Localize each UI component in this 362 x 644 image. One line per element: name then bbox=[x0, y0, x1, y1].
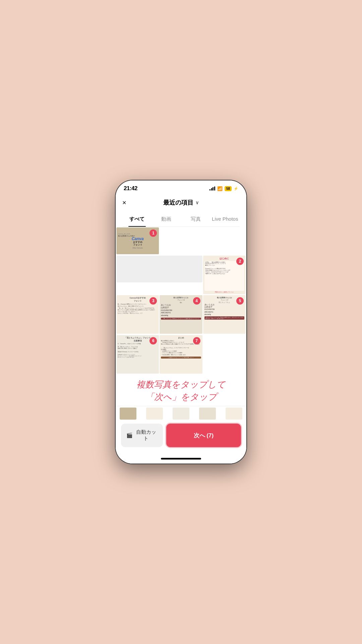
card3-detail: 「M+」は「花とちょうちょ」というフォントをおすすめする。特にフォントは使い方次… bbox=[118, 308, 158, 314]
card7-badge: この後続のブログはハイライトの「BLOG LINK」からっ！ bbox=[161, 357, 201, 359]
grid-item-7[interactable]: 7 まとめ 個人起業家さん向けに「Canvaおすすめのフォント」について私なりの… bbox=[160, 335, 202, 374]
card4-font-preview: あいうえお山田花子0123456789ABCDEFGabcdefg bbox=[161, 304, 201, 317]
home-indicator bbox=[116, 455, 246, 464]
strip-thumb-3 bbox=[173, 408, 189, 420]
tab-video[interactable]: 動画 bbox=[152, 213, 181, 225]
grid-item-2[interactable]: 2 はじめに 今回は、「個人起業家さんの為のCanvaおすすめフォント」について… bbox=[203, 256, 246, 294]
selection-badge-5: 5 bbox=[236, 297, 244, 305]
card1-author: Mika Yamada bbox=[133, 247, 143, 249]
status-bar: 21:42 📶 58 ⚡ bbox=[116, 180, 246, 195]
chevron-down-icon[interactable]: ∨ bbox=[195, 200, 199, 205]
grid-item-1[interactable]: 1 Canva_de_work 個人起業家さんの為の Canva おすすめフォン… bbox=[116, 227, 159, 254]
tabs-row: すべて 動画 写真 Live Photos bbox=[122, 211, 240, 227]
annotation-line-1: 複数写真をタップして bbox=[122, 379, 240, 391]
card2-body: 今回は、「個人起業家さんの為のCanvaおすすめフォント」について解説していくよ… bbox=[204, 261, 244, 291]
grid-item-6[interactable]: 6 「花とちょうちょ」フォント注意事項 ①「Canva Pro」のみインストール… bbox=[116, 335, 159, 374]
annotation-text: 複数写真をタップして 「次へ」をタップ bbox=[116, 375, 246, 406]
wifi-icon: 📶 bbox=[217, 186, 223, 191]
card1-canva-title: Canva bbox=[132, 237, 144, 241]
card6-body: ①「Canva Pro」のみインストール可能②「花とちょうちょ」フォントは有料で… bbox=[118, 343, 158, 353]
selection-badge-4: 4 bbox=[193, 297, 200, 305]
auto-cut-button[interactable]: 🎬 自動カット bbox=[121, 424, 163, 447]
signal-icon bbox=[209, 186, 215, 191]
tab-all[interactable]: すべて bbox=[122, 213, 152, 225]
header-title-text: 最近の項目 bbox=[163, 199, 193, 207]
tab-photo[interactable]: 写真 bbox=[181, 213, 210, 225]
battery-indicator: 58 bbox=[225, 186, 232, 191]
bottom-actions: 🎬 自動カット 次へ (7) bbox=[116, 420, 246, 455]
placeholder-left bbox=[116, 256, 202, 282]
content-area: 1 Canva_de_work 個人起業家さんの為の Canva おすすめフォン… bbox=[116, 227, 246, 375]
card4-badge: 「M+」フォントは、Canvaに入っているフォントで無料で使えるフリーフォント bbox=[161, 318, 201, 320]
header-title-group: 最近の項目 ∨ bbox=[163, 199, 199, 207]
photo-grid: 1 Canva_de_work 個人起業家さんの為の Canva おすすめフォン… bbox=[116, 227, 246, 375]
auto-cut-icon: 🎬 bbox=[126, 432, 133, 438]
battery-icon: ⚡ bbox=[234, 186, 238, 191]
card2-footer: 問題をまるっと解決していくよ bbox=[204, 291, 244, 293]
card5-font-preview: あいうえお山田花子0123456789ABCDEFGabcdefg bbox=[204, 304, 244, 316]
phone-frame: 21:42 📶 58 ⚡ × 最近の項目 ∨ bbox=[116, 180, 246, 464]
thumbnail-strip bbox=[116, 406, 246, 420]
modal-header: × 最近の項目 ∨ すべて 動画 写真 Live Photos bbox=[116, 195, 246, 227]
home-bar bbox=[161, 458, 201, 460]
bottom-section: 複数写真をタップして 「次へ」をタップ 🎬 自動カット 次へ (7) bbox=[116, 375, 246, 464]
annotation-line-2: 「次へ」をタップ bbox=[122, 391, 240, 403]
auto-cut-label: 自動カット bbox=[135, 429, 158, 442]
strip-thumb-4 bbox=[199, 408, 216, 420]
grid-item-3[interactable]: 3 Canvaのおすすめフォント M+（Canvasに標準からインストールフォン… bbox=[116, 295, 159, 334]
selection-badge-6: 6 bbox=[149, 337, 157, 344]
phone-screen: 21:42 📶 58 ⚡ × 最近の項目 ∨ bbox=[116, 180, 246, 464]
strip-thumb-5 bbox=[226, 408, 242, 420]
next-button[interactable]: 次へ (7) bbox=[166, 424, 241, 447]
grid-item-5[interactable]: 5 個人起業家さんにお フォント2 花とちょうちょ あいうえお山田花子01234… bbox=[203, 295, 246, 334]
close-button[interactable]: × bbox=[122, 199, 126, 206]
strip-thumb-2 bbox=[146, 408, 163, 420]
status-time: 21:42 bbox=[124, 185, 137, 192]
selection-badge-2: 2 bbox=[236, 258, 244, 265]
selection-badge-7: 7 bbox=[193, 337, 200, 344]
card1-subtitle2: おすすめフォント bbox=[133, 241, 142, 247]
strip-thumb-1 bbox=[120, 408, 136, 420]
card6-note: Instagramでも目を引くフォントだけど、高いけどとってもいい。個人起業家さ… bbox=[118, 354, 158, 358]
card5-badge: 「花とちょうちょ」フォントは、Canvaには標準ではなく、自分でダウンロードする… bbox=[204, 316, 244, 320]
tab-live-photos[interactable]: Live Photos bbox=[210, 213, 240, 225]
status-icons: 📶 58 ⚡ bbox=[209, 186, 238, 191]
grid-item-4[interactable]: 4 個人起業家さんにお フォント1 M+ あいうえお山田花子0123456789… bbox=[160, 295, 202, 334]
